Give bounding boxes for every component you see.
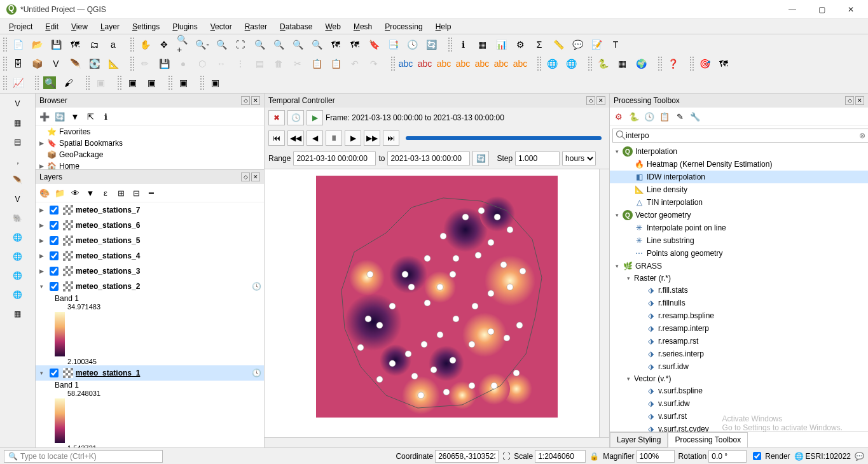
- add-wfs-icon[interactable]: ▦: [9, 305, 27, 323]
- digitize-button[interactable]: ⬡: [193, 55, 211, 73]
- toolbox-search-input[interactable]: [612, 129, 868, 143]
- pause-button[interactable]: ⏸: [326, 130, 342, 146]
- undock-icon[interactable]: ◇: [241, 96, 250, 105]
- refresh-range-button[interactable]: 🔄: [472, 151, 489, 166]
- maximize-button[interactable]: ▢: [807, 0, 836, 19]
- locator-input[interactable]: 🔍 Type to locate (Ctrl+K): [4, 450, 163, 463]
- range-from-input[interactable]: [293, 151, 376, 165]
- menu-processing[interactable]: Processing: [378, 21, 429, 32]
- add-postgis-icon[interactable]: 🐘: [9, 209, 27, 227]
- select-button-1[interactable]: 📈: [9, 74, 27, 92]
- modify-attr-button[interactable]: ▤: [251, 55, 268, 73]
- map-tips-button[interactable]: 💬: [568, 36, 586, 53]
- add-feature-button[interactable]: ●: [174, 55, 192, 73]
- layers-body[interactable]: ▶ meteo_stations_7 ▶ meteo_stations_6 ▶ …: [36, 202, 264, 447]
- results-icon[interactable]: 📋: [658, 110, 671, 123]
- select-button-6[interactable]: ▣: [142, 74, 160, 92]
- toolbox-node[interactable]: △TIN interpolation: [610, 196, 868, 209]
- vertical-scrollbar[interactable]: [599, 169, 609, 437]
- add-mesh-icon[interactable]: ▤: [9, 133, 27, 151]
- toggle-editing-button[interactable]: ✏: [136, 55, 154, 73]
- add-delimited-icon[interactable]: ，: [9, 152, 27, 170]
- deselect-button[interactable]: ▣: [174, 74, 192, 92]
- rewind-button[interactable]: ◀◀: [287, 130, 304, 146]
- layer-item[interactable]: ▶ meteo_stations_4: [36, 248, 264, 264]
- rotation-input[interactable]: [708, 450, 747, 463]
- menu-vector[interactable]: Vector: [204, 21, 238, 32]
- toolbox-node[interactable]: ◧IDW interpolation: [610, 171, 868, 183]
- zoom-last-button[interactable]: 🔍: [289, 36, 307, 53]
- lock-icon[interactable]: 🔒: [589, 452, 599, 461]
- rewind-start-button[interactable]: ⏮: [268, 130, 285, 146]
- delete-feature-button[interactable]: 🗑: [270, 55, 287, 73]
- globe-button-2[interactable]: 🌐: [562, 55, 580, 73]
- cut-feature-button[interactable]: ✂: [289, 55, 307, 73]
- measure-button[interactable]: 📏: [549, 36, 567, 53]
- history-icon[interactable]: 🕓: [643, 110, 656, 123]
- menu-plugins[interactable]: Plugins: [166, 21, 203, 32]
- disable-temporal-button[interactable]: ✖: [268, 110, 285, 125]
- add-spatialite-icon[interactable]: 🪶: [9, 171, 27, 189]
- layer-item[interactable]: ▶ meteo_stations_7: [36, 202, 264, 218]
- pan-to-selection-button[interactable]: ✥: [155, 36, 173, 53]
- add-vector-icon[interactable]: V: [9, 95, 27, 113]
- add-wcs-icon[interactable]: 🌐: [9, 267, 27, 285]
- move-feature-button[interactable]: ↔: [212, 55, 230, 73]
- show-bookmarks-button[interactable]: 📑: [384, 36, 402, 53]
- map-canvas[interactable]: [265, 169, 609, 447]
- filter-icon[interactable]: ▼: [69, 110, 81, 123]
- expression-icon[interactable]: ε: [99, 186, 112, 199]
- toolbox-node[interactable]: ⬗r.fillnulls: [610, 297, 868, 309]
- field-calc-button[interactable]: 📊: [492, 36, 510, 53]
- pan-button[interactable]: ✋: [136, 36, 154, 53]
- toolbox-node[interactable]: ▾🌿GRASS: [610, 260, 868, 272]
- toolbox-button[interactable]: ⚙: [511, 36, 529, 53]
- forward-end-button[interactable]: ⏭: [383, 130, 399, 146]
- zoom-in-button[interactable]: 🔍+: [174, 36, 192, 53]
- new-geopackage-button[interactable]: 📦: [28, 55, 46, 73]
- save-edits-button[interactable]: 💾: [155, 55, 173, 73]
- toolbox-node[interactable]: ⬗v.surf.rst.cvdev: [610, 423, 868, 432]
- edit-icon[interactable]: ✎: [673, 110, 686, 123]
- layer-checkbox[interactable]: [50, 369, 59, 377]
- copy-feature-button[interactable]: 📋: [308, 55, 326, 73]
- layer-checkbox[interactable]: [50, 282, 59, 291]
- menu-project[interactable]: Project: [3, 21, 39, 32]
- new-project-button[interactable]: 📄: [9, 36, 27, 53]
- menu-raster[interactable]: Raster: [238, 21, 273, 32]
- toolbox-node[interactable]: ▾Vector (v.*): [610, 373, 868, 384]
- step-unit-select[interactable]: hours: [562, 151, 596, 165]
- menu-view[interactable]: View: [65, 21, 94, 32]
- animated-button[interactable]: ▶: [307, 110, 323, 125]
- layer-item[interactable]: ▶ meteo_stations_6: [36, 218, 264, 233]
- select-button-2[interactable]: 🔍: [41, 74, 59, 92]
- browser-item[interactable]: 📦GeoPackage: [36, 149, 264, 160]
- plugin-button-1[interactable]: 🎯: [696, 55, 713, 73]
- crs-icon[interactable]: 🌐: [794, 452, 804, 461]
- layer-item[interactable]: ▶ meteo_stations_3: [36, 264, 264, 279]
- attribute-table-button[interactable]: ▦: [473, 36, 491, 53]
- new-print-layout-button[interactable]: 🗺: [66, 36, 84, 53]
- layer-item[interactable]: ▶ meteo_stations_5: [36, 233, 264, 248]
- text-annotation-button[interactable]: T: [607, 36, 624, 53]
- step-value-input[interactable]: [515, 151, 560, 165]
- plugin-button-2[interactable]: 🗺: [715, 55, 733, 73]
- menu-web[interactable]: Web: [319, 21, 347, 32]
- identify-button[interactable]: ℹ: [454, 36, 472, 53]
- new-map-view-button[interactable]: 🗺: [327, 36, 345, 53]
- crs-label[interactable]: ESRI:102022: [806, 452, 851, 461]
- zoom-next-button[interactable]: 🔍: [308, 36, 326, 53]
- range-to-input[interactable]: [387, 151, 470, 165]
- layer-item[interactable]: ▾ meteo_stations_2 🕓: [36, 279, 264, 294]
- label-button-3[interactable]: abc: [435, 55, 453, 73]
- menu-edit[interactable]: Edit: [39, 21, 65, 32]
- time-slider[interactable]: [406, 136, 602, 140]
- add-wms-icon[interactable]: 🌐: [9, 248, 27, 265]
- stat-summary-button[interactable]: Σ: [530, 36, 548, 53]
- close-icon[interactable]: ✕: [251, 172, 260, 181]
- add-virtual-icon[interactable]: V: [9, 190, 27, 208]
- vertex-tool-button[interactable]: ⋮: [231, 55, 249, 73]
- toolbox-node[interactable]: ⬗r.fill.stats: [610, 284, 868, 297]
- zoom-out-button[interactable]: 🔍-: [193, 36, 211, 53]
- toolbox-node[interactable]: ▾QVector geometry: [610, 209, 868, 221]
